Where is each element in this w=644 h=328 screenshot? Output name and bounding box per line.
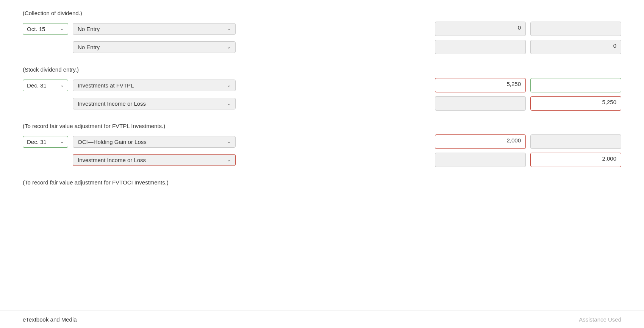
date-dec31-1[interactable]: Dec. 31 ⌄ — [23, 80, 68, 91]
account-no-entry-1-chevron: ⌄ — [227, 26, 231, 31]
account-inv-income-1-chevron: ⌄ — [227, 101, 231, 106]
account-oci[interactable]: OCI—Holding Gain or Loss ⌄ — [73, 136, 236, 148]
account-inv-income-1[interactable]: Investment Income or Loss ⌄ — [73, 98, 236, 109]
journal-row-3: Dec. 31 ⌄ OCI—Holding Gain or Loss ⌄ 2,0… — [23, 134, 621, 149]
journal-subrow-1: No Entry ⌄ 0 — [73, 40, 621, 54]
date-dec31-2-label: Dec. 31 — [27, 139, 47, 145]
credit-field-1[interactable] — [530, 22, 621, 36]
date-dec31-2-chevron: ⌄ — [60, 139, 64, 144]
credit-field-2[interactable] — [530, 78, 621, 92]
account-fvtpl[interactable]: Investments at FVTPL ⌄ — [73, 80, 236, 91]
date-dec31-2[interactable]: Dec. 31 ⌄ — [23, 136, 68, 148]
credit-field-3[interactable] — [530, 134, 621, 149]
account-no-entry-1-label: No Entry — [78, 26, 100, 32]
account-no-entry-2-chevron: ⌄ — [227, 44, 231, 50]
footer-bar: eTextbook and Media Assistance Used — [0, 311, 644, 328]
account-inv-income-2-chevron: ⌄ — [227, 157, 231, 162]
note-stock-dividend: (Stock dividend entry.) — [23, 64, 621, 78]
debit-field-2b[interactable] — [435, 96, 526, 111]
date-oct15[interactable]: Oct. 15 ⌄ — [23, 23, 68, 35]
credit-field-3b[interactable]: 2,000 — [530, 153, 621, 167]
note-collection: (Collection of dividend.) — [23, 8, 621, 22]
account-inv-income-2[interactable]: Investment Income or Loss ⌄ — [73, 154, 236, 166]
debit-field-3[interactable]: 2,000 — [435, 134, 526, 149]
debit-field-2[interactable]: 5,250 — [435, 78, 526, 92]
date-oct15-chevron: ⌄ — [60, 26, 64, 31]
date-dec31-1-chevron: ⌄ — [60, 83, 64, 88]
account-oci-chevron: ⌄ — [227, 139, 231, 144]
footer-right: Assistance Used — [579, 316, 621, 323]
journal-subrow-3: Investment Income or Loss ⌄ 2,000 — [73, 153, 621, 167]
credit-field-2b[interactable]: 5,250 — [530, 96, 621, 111]
journal-row-2: Dec. 31 ⌄ Investments at FVTPL ⌄ 5,250 — [23, 78, 621, 92]
account-no-entry-1[interactable]: No Entry ⌄ — [73, 23, 236, 35]
note-fvtpl: (To record fair value adjustment for FVT… — [23, 120, 621, 134]
account-inv-income-2-label: Investment Income or Loss — [78, 157, 146, 163]
account-no-entry-2[interactable]: No Entry ⌄ — [73, 41, 236, 53]
debit-field-1[interactable]: 0 — [435, 22, 526, 36]
account-inv-income-1-label: Investment Income or Loss — [78, 100, 146, 107]
footer-left: eTextbook and Media — [23, 316, 77, 323]
debit-field-1b[interactable] — [435, 40, 526, 54]
credit-field-1b[interactable]: 0 — [530, 40, 621, 54]
account-no-entry-2-label: No Entry — [78, 44, 100, 50]
journal-subrow-2: Investment Income or Loss ⌄ 5,250 — [73, 96, 621, 111]
debit-field-3b[interactable] — [435, 153, 526, 167]
account-fvtpl-label: Investments at FVTPL — [78, 82, 134, 89]
account-fvtpl-chevron: ⌄ — [227, 83, 231, 88]
note-fvtoci: (To record fair value adjustment for FVT… — [23, 177, 621, 191]
page-wrapper: (Collection of dividend.) Oct. 15 ⌄ No E… — [0, 0, 644, 328]
date-oct15-label: Oct. 15 — [27, 26, 45, 32]
account-oci-label: OCI—Holding Gain or Loss — [78, 139, 147, 145]
journal-row-1: Oct. 15 ⌄ No Entry ⌄ 0 — [23, 22, 621, 36]
date-dec31-1-label: Dec. 31 — [27, 82, 47, 89]
